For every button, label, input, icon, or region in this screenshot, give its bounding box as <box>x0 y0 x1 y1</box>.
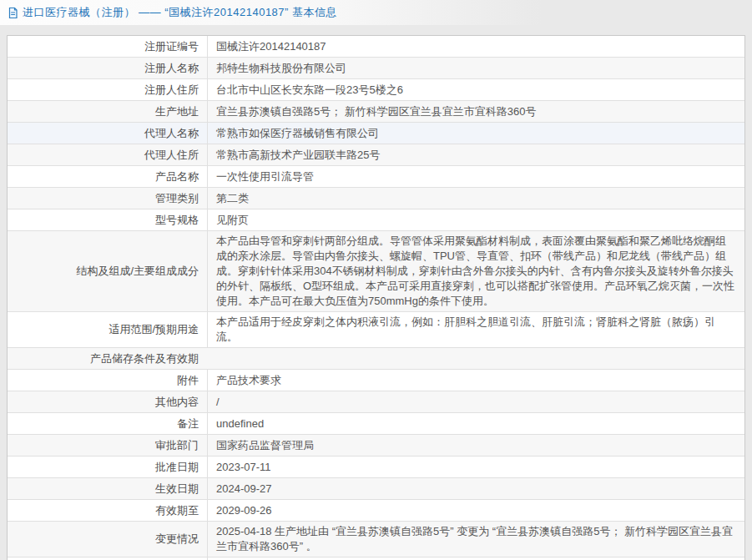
row-value-text: 2029-09-26 <box>216 503 272 518</box>
row-value-text: 一次性使用引流导管 <box>216 169 314 184</box>
table-row: 有效期至2029-09-26 <box>8 500 744 522</box>
row-value-text: 台北市中山区长安东路一段23号5楼之6 <box>216 83 403 98</box>
row-label-text: 结构及组成/主要组成成分 <box>76 264 199 279</box>
table-row: 审批部门国家药品监督管理局 <box>8 435 744 457</box>
table-row: 结构及组成/主要组成成分本产品由导管和穿刺针两部分组成。导管管体采用聚氨酯材料制… <box>8 231 744 312</box>
table-row: 生效日期2024-09-27 <box>8 478 744 500</box>
row-label-text: 审批部门 <box>155 438 199 453</box>
row-value-text: 邦特生物科技股份有限公司 <box>216 61 346 76</box>
row-value: 2025-04-18 生产地址由 “宜兰县苏澳镇自强路5号” 变更为 “宜兰县苏… <box>208 522 744 557</box>
table-row: 生产地址宜兰县苏澳镇自强路5号； 新竹科学园区宜兰县宜兰市宜科路360号 <box>8 101 744 123</box>
row-label: 适用范围/预期用途 <box>8 312 208 347</box>
row-value-text: 第二类 <box>216 191 249 206</box>
row-value: 一次性使用引流导管 <box>208 166 744 187</box>
row-value: 见附页 <box>208 209 744 230</box>
row-label: 产品名称 <box>8 166 208 187</box>
row-value-text: 常熟市如保医疗器械销售有限公司 <box>216 126 379 141</box>
table-row: 注册证编号国械注许20142140187 <box>8 36 744 58</box>
row-label-text: 注册人名称 <box>144 61 199 76</box>
row-label: 审批部门 <box>8 435 208 456</box>
row-value: 常熟市如保医疗器械销售有限公司 <box>208 123 744 144</box>
row-label-text: 代理人住所 <box>144 148 199 163</box>
row-label: 代理人住所 <box>8 144 208 165</box>
row-value: 邦特生物科技股份有限公司 <box>208 58 744 78</box>
row-label: 批准日期 <box>8 457 208 477</box>
row-label-text: 适用范围/预期用途 <box>109 322 199 337</box>
row-value-text: 2024-09-27 <box>216 482 272 497</box>
row-label: 生效日期 <box>8 478 208 499</box>
row-value: 宜兰县苏澳镇自强路5号； 新竹科学园区宜兰县宜兰市宜科路360号 <box>208 101 744 122</box>
row-value-text: 本产品由导管和穿刺针两部分组成。导管管体采用聚氨酯材料制成，表面涂覆由聚氨酯和聚… <box>216 234 736 309</box>
document-icon <box>8 7 18 19</box>
row-label-text: 生效日期 <box>155 482 199 497</box>
row-label-text: 有效期至 <box>155 503 199 518</box>
row-value: 本产品由导管和穿刺针两部分组成。导管管体采用聚氨酯材料制成，表面涂覆由聚氨酯和聚… <box>208 231 744 311</box>
row-value-text: 见附页 <box>216 213 249 228</box>
row-value: 国械注许20142140187 <box>208 36 744 57</box>
row-value: 台北市中山区长安东路一段23号5楼之6 <box>208 79 744 100</box>
row-label: 变更情况 <box>8 522 208 557</box>
row-value: / <box>208 391 744 412</box>
row-label-text: 其他内容 <box>155 395 199 410</box>
table-row: 代理人住所常熟市高新技术产业园联丰路25号 <box>8 144 744 166</box>
table-row: 产品储存条件及有效期 <box>8 348 744 370</box>
row-value: 2024-09-27 <box>208 478 744 499</box>
table-row: 变更情况2025-04-18 生产地址由 “宜兰县苏澳镇自强路5号” 变更为 “… <box>8 522 744 557</box>
row-label: 附件 <box>8 370 208 391</box>
row-label: 备注 <box>8 413 208 434</box>
row-label: 代理人名称 <box>8 123 208 144</box>
row-value-text: 常熟市高新技术产业园联丰路25号 <box>216 148 380 163</box>
row-label-text: 代理人名称 <box>144 126 199 141</box>
row-value: 第二类 <box>208 188 744 209</box>
row-label: 注册人名称 <box>8 58 208 78</box>
row-label: 注册证编号 <box>8 36 208 57</box>
row-label-text: 附件 <box>177 373 199 388</box>
row-value <box>208 348 744 369</box>
row-label-text: 管理类别 <box>155 191 199 206</box>
row-value-text: 国械注许20142140187 <box>216 39 326 54</box>
row-value-text: 2023-07-11 <box>216 460 271 475</box>
row-label-text: 注册人住所 <box>144 83 199 98</box>
row-label-text: 型号规格 <box>155 213 199 228</box>
row-label: 型号规格 <box>8 209 208 230</box>
row-value: 国家药品监督管理局 <box>208 435 744 456</box>
info-table: 注册证编号国械注许20142140187注册人名称邦特生物科技股份有限公司注册人… <box>7 35 745 560</box>
row-value: 常熟市高新技术产业园联丰路25号 <box>208 144 744 165</box>
row-label: 结构及组成/主要组成成分 <box>8 231 208 311</box>
row-label-text: 生产地址 <box>155 104 199 119</box>
table-row: 其他内容/ <box>8 391 744 413</box>
row-value-text: 产品技术要求 <box>216 373 281 388</box>
row-label: 有效期至 <box>8 500 208 521</box>
row-label-text: 产品名称 <box>155 169 199 184</box>
row-label: 生产地址 <box>8 101 208 122</box>
row-label: 管理类别 <box>8 188 208 209</box>
table-row: 注册人住所台北市中山区长安东路一段23号5楼之6 <box>8 79 744 101</box>
row-label-text: 产品储存条件及有效期 <box>90 351 199 366</box>
row-value-text: 国家药品监督管理局 <box>216 438 314 453</box>
row-label-text: 注册证编号 <box>144 39 199 54</box>
table-row: 批准日期2023-07-11 <box>8 457 744 478</box>
table-row: 代理人名称常熟市如保医疗器械销售有限公司 <box>8 123 744 144</box>
row-label: 其他内容 <box>8 391 208 412</box>
row-label-text: 备注 <box>177 416 199 431</box>
row-value: 2023-07-11 <box>208 457 744 477</box>
page-title: 进口医疗器械（注册） —— “国械注许20142140187” 基本信息 <box>23 5 337 20</box>
table-row: 型号规格见附页 <box>8 209 744 231</box>
row-label-text: 批准日期 <box>155 460 199 475</box>
row-value-text: / <box>216 395 220 410</box>
page-header: 进口医疗器械（注册） —— “国械注许20142140187” 基本信息 <box>0 0 752 25</box>
table-row: 附件产品技术要求 <box>8 370 744 391</box>
row-value: 本产品适用于经皮穿刺之体内积液引流，例如：肝胆科之胆道引流、肝脏引流；肾脏科之肾… <box>208 312 744 347</box>
table-row: 产品名称一次性使用引流导管 <box>8 166 744 188</box>
table-row: 注册人名称邦特生物科技股份有限公司 <box>8 58 744 79</box>
table-row: 备注undefined <box>8 413 744 435</box>
row-value: 产品技术要求 <box>208 370 744 391</box>
row-value-text: 本产品适用于经皮穿刺之体内积液引流，例如：肝胆科之胆道引流、肝脏引流；肾脏科之肾… <box>216 315 736 345</box>
row-label: 产品储存条件及有效期 <box>8 348 208 369</box>
row-value-text: 2025-04-18 生产地址由 “宜兰县苏澳镇自强路5号” 变更为 “宜兰县苏… <box>216 524 736 554</box>
row-value: undefined <box>208 413 744 434</box>
row-value-text: undefined <box>216 416 264 431</box>
table-row: 管理类别第二类 <box>8 188 744 209</box>
row-label-text: 变更情况 <box>155 532 199 547</box>
row-value-text: 宜兰县苏澳镇自强路5号； 新竹科学园区宜兰县宜兰市宜科路360号 <box>216 104 537 119</box>
